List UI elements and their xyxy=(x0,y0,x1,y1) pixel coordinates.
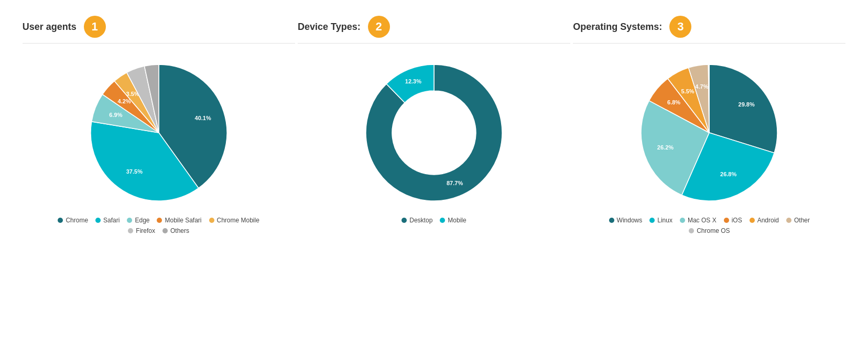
legend-dot-2 xyxy=(680,218,685,223)
legend-dot-4 xyxy=(209,218,214,223)
number-badge-operating-systems: 3 xyxy=(669,16,691,38)
legend-user-agents: ChromeSafariEdgeMobile SafariChrome Mobi… xyxy=(54,217,264,234)
legend-dot-5 xyxy=(786,218,791,223)
legend-dot-1 xyxy=(649,218,655,223)
slice-label-1: 26.8% xyxy=(720,171,736,177)
legend-operating-systems: WindowsLinuxMac OS XiOSAndroidOtherChrom… xyxy=(604,217,814,234)
legend-dot-0 xyxy=(402,218,407,223)
legend-item-1: Safari xyxy=(95,217,120,224)
legend-dot-6 xyxy=(689,228,694,233)
chart-svg-device-types: 87.7%12.3% xyxy=(361,59,507,206)
legend-item-5: Other xyxy=(786,217,810,224)
section-user-agents: User agents140.1%37.5%6.9%4.2%3.5%Chrome… xyxy=(23,16,295,234)
section-operating-systems: Operating Systems:329.8%26.8%26.2%6.8%5.… xyxy=(573,16,845,234)
legend-label-6: Others xyxy=(170,227,189,234)
number-badge-device-types: 2 xyxy=(368,16,390,38)
legend-item-4: Chrome Mobile xyxy=(209,217,259,224)
legend-dot-6 xyxy=(162,228,168,233)
legend-dot-5 xyxy=(128,228,133,233)
legend-item-6: Others xyxy=(162,227,189,234)
legend-dot-2 xyxy=(127,218,132,223)
legend-label-2: Edge xyxy=(135,217,149,224)
legend-label-6: Chrome OS xyxy=(697,227,730,234)
header-user-agents: User agents1 xyxy=(23,16,295,44)
legend-dot-4 xyxy=(750,218,755,223)
chart-svg-user-agents: 40.1%37.5%6.9%4.2%3.5% xyxy=(85,59,232,206)
legend-item-0: Desktop xyxy=(402,217,432,224)
legend-dot-1 xyxy=(95,218,101,223)
dashboard: User agents140.1%37.5%6.9%4.2%3.5%Chrome… xyxy=(0,0,868,250)
slice-label-3: 6.8% xyxy=(667,99,680,105)
slice-label-1: 12.3% xyxy=(405,78,421,84)
legend-label-0: Chrome xyxy=(66,217,88,224)
legend-label-2: Mac OS X xyxy=(688,217,717,224)
legend-item-2: Mac OS X xyxy=(680,217,717,224)
legend-label-4: Android xyxy=(757,217,779,224)
legend-item-3: Mobile Safari xyxy=(157,217,201,224)
legend-device-types: DesktopMobile xyxy=(402,217,466,224)
legend-item-3: iOS xyxy=(724,217,742,224)
slice-label-0: 29.8% xyxy=(739,101,755,108)
header-device-types: Device Types:2 xyxy=(298,16,570,44)
legend-label-3: iOS xyxy=(732,217,742,224)
legend-item-4: Android xyxy=(750,217,779,224)
legend-item-0: Chrome xyxy=(58,217,88,224)
legend-dot-3 xyxy=(157,218,162,223)
legend-dot-0 xyxy=(58,218,63,223)
slice-label-0: 40.1% xyxy=(194,115,211,121)
legend-item-0: Windows xyxy=(609,217,643,224)
section-device-types: Device Types:287.7%12.3%DesktopMobile xyxy=(298,16,570,224)
legend-item-6: Chrome OS xyxy=(689,227,730,234)
legend-label-1: Linux xyxy=(657,217,672,224)
legend-label-5: Firefox xyxy=(136,227,155,234)
legend-label-0: Desktop xyxy=(409,217,432,224)
header-operating-systems: Operating Systems:3 xyxy=(573,16,845,44)
legend-item-2: Edge xyxy=(127,217,149,224)
title-device-types: Device Types: xyxy=(298,22,361,33)
slice-label-3: 4.2% xyxy=(117,98,131,104)
legend-item-1: Linux xyxy=(649,217,672,224)
legend-dot-1 xyxy=(440,218,445,223)
legend-label-4: Chrome Mobile xyxy=(217,217,259,224)
slice-label-1: 37.5% xyxy=(126,168,142,175)
legend-item-1: Mobile xyxy=(440,217,466,224)
number-badge-user-agents: 1 xyxy=(84,16,106,38)
title-operating-systems: Operating Systems: xyxy=(573,22,662,33)
chart-container-operating-systems: 29.8%26.8%26.2%6.8%5.5%4.7% xyxy=(636,59,783,206)
chart-container-user-agents: 40.1%37.5%6.9%4.2%3.5% xyxy=(85,59,232,206)
legend-item-5: Firefox xyxy=(128,227,155,234)
slice-label-2: 6.9% xyxy=(109,112,122,118)
slice-label-4: 5.5% xyxy=(681,88,695,94)
legend-label-3: Mobile Safari xyxy=(165,217,201,224)
legend-dot-0 xyxy=(609,218,614,223)
slice-label-0: 87.7% xyxy=(447,180,463,186)
slice-label-5: 4.7% xyxy=(696,83,709,90)
title-user-agents: User agents xyxy=(23,22,77,33)
legend-label-0: Windows xyxy=(617,217,643,224)
legend-label-5: Other xyxy=(794,217,810,224)
slice-label-2: 26.2% xyxy=(657,144,674,151)
legend-label-1: Safari xyxy=(103,217,120,224)
chart-svg-operating-systems: 29.8%26.8%26.2%6.8%5.5%4.7% xyxy=(636,59,783,206)
legend-dot-3 xyxy=(724,218,729,223)
legend-label-1: Mobile xyxy=(448,217,466,224)
chart-container-device-types: 87.7%12.3% xyxy=(361,59,507,206)
